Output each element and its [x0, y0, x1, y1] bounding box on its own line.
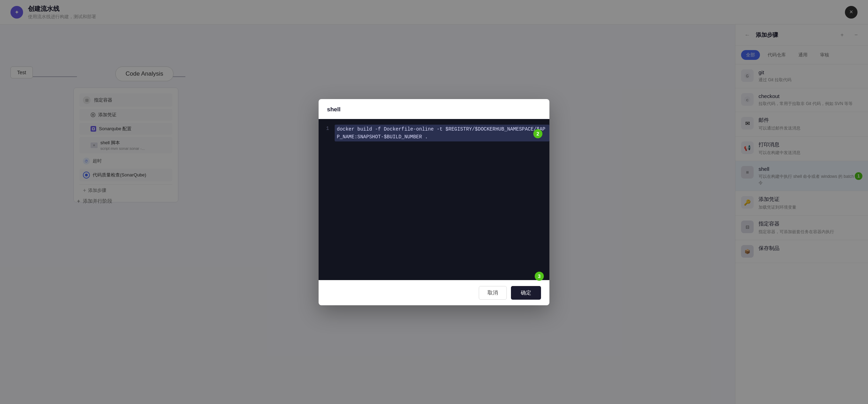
code-editor[interactable]: 1 docker build -f Dockerfile-online -t $…: [319, 119, 549, 280]
modal-title: shell: [327, 106, 541, 113]
modal-header: shell: [319, 99, 549, 119]
modal-body: 1 docker build -f Dockerfile-online -t $…: [319, 119, 549, 280]
step-badge-2: 2: [533, 129, 542, 138]
code-line-1: 1 docker build -f Dockerfile-online -t $…: [319, 125, 549, 142]
modal-overlay: shell 1 docker build -f Dockerfile-onlin…: [0, 0, 868, 404]
line-number-1: 1: [319, 125, 335, 132]
code-content-1: docker build -f Dockerfile-online -t $RE…: [335, 125, 549, 142]
step-badge-3: 3: [535, 272, 544, 281]
code-editor-empty-space: [319, 141, 549, 260]
confirm-button[interactable]: 确定: [511, 286, 541, 300]
shell-modal: shell 1 docker build -f Dockerfile-onlin…: [319, 99, 549, 305]
modal-footer: 取消 确定: [319, 280, 549, 305]
cancel-button[interactable]: 取消: [479, 286, 507, 300]
